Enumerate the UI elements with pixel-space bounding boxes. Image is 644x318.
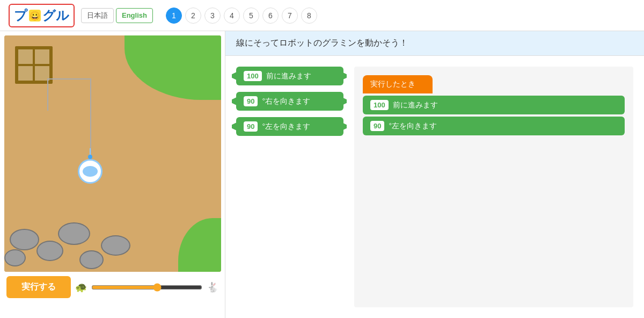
instruction-text: 線にそってロボットのグラミンを動かそう！ [236, 38, 408, 47]
page-tab-5[interactable]: 5 [243, 8, 259, 24]
header: プグル 日本語 English 1 2 3 4 5 6 7 8 [0, 0, 644, 31]
turtle-icon: 🐢 [75, 281, 87, 293]
lang-jp-button[interactable]: 日本語 [81, 8, 114, 23]
stone-3 [58, 222, 90, 245]
game-canvas [4, 35, 221, 272]
block-num-1: 100 [244, 71, 262, 81]
main-content: 実行する 🐢 🐇 線にそってロボットのグラミンを動かそう！ 100 前に進みます… [0, 31, 644, 318]
stone-5 [101, 235, 130, 256]
stone-4 [79, 250, 104, 269]
page-tabs: 1 2 3 4 5 6 7 8 [166, 8, 317, 24]
trigger-block: 実行したとき [363, 75, 433, 93]
robot-body [78, 159, 103, 184]
block-turn-right[interactable]: 90 °右を向きます [236, 92, 343, 111]
program-block-2-label: °左を向きます [389, 121, 437, 131]
logo-text: プ [14, 7, 27, 24]
rabbit-icon: 🐇 [207, 281, 218, 293]
block-num-3: 90 [244, 121, 258, 132]
program-block-1[interactable]: 100 前に進みます [363, 96, 625, 114]
path-horizontal [47, 78, 90, 80]
block-num-2: 90 [244, 96, 258, 106]
speed-slider[interactable] [91, 283, 202, 292]
block-label-3: °左を向きます [262, 122, 310, 132]
block-label-2: °右を向きます [262, 97, 310, 106]
speed-control: 実行する 🐢 🐇 [4, 272, 221, 302]
robot-antenna-tip [88, 155, 92, 159]
blocks-area: 100 前に進みます 90 °右を向きます 90 °左を向きます 実行したとき … [225, 56, 644, 318]
game-panel: 実行する 🐢 🐇 [0, 31, 225, 318]
program-area[interactable]: 実行したとき 100 前に進みます 90 °左を向きます [354, 67, 633, 307]
right-panel: 線にそってロボットのグラミンを動かそう！ 100 前に進みます 90 °右を向き… [225, 31, 644, 318]
lang-en-button[interactable]: English [116, 8, 153, 23]
instruction-bar: 線にそってロボットのグラミンを動かそう！ [225, 31, 644, 56]
page-tab-3[interactable]: 3 [204, 8, 221, 24]
page-tab-1[interactable]: 1 [166, 8, 182, 24]
logo-face-icon [29, 10, 41, 21]
block-palette: 100 前に進みます 90 °右を向きます 90 °左を向きます [236, 67, 343, 307]
stone-6 [4, 249, 26, 266]
program-block-1-num: 100 [370, 100, 389, 110]
program-block-1-label: 前に進みます [393, 100, 438, 110]
block-label-1: 前に進みます [266, 71, 311, 81]
stone-2 [36, 241, 63, 261]
language-switcher: 日本語 English [81, 8, 153, 23]
page-tab-2[interactable]: 2 [185, 8, 201, 24]
page-tab-8[interactable]: 8 [301, 8, 317, 24]
program-block-2-num: 90 [370, 121, 384, 131]
speed-slider-container: 🐢 🐇 [75, 281, 218, 293]
program-block-2[interactable]: 90 °左を向きます [363, 117, 625, 135]
robot-character [74, 148, 106, 183]
block-move-forward[interactable]: 100 前に進みます [236, 67, 343, 85]
block-turn-left[interactable]: 90 °左を向きます [236, 117, 343, 136]
page-tab-4[interactable]: 4 [224, 8, 240, 24]
path-vertical-top [47, 78, 48, 111]
program-sequence: 100 前に進みます 90 °左を向きます [363, 96, 625, 135]
run-button[interactable]: 実行する [6, 276, 71, 298]
page-tab-6[interactable]: 6 [262, 8, 279, 24]
page-tab-7[interactable]: 7 [282, 8, 298, 24]
logo: プグル [9, 4, 75, 27]
stones-decoration [4, 207, 122, 272]
logo-text2: グル [42, 7, 69, 24]
stone-1 [10, 229, 39, 250]
robot-visor [83, 166, 98, 177]
